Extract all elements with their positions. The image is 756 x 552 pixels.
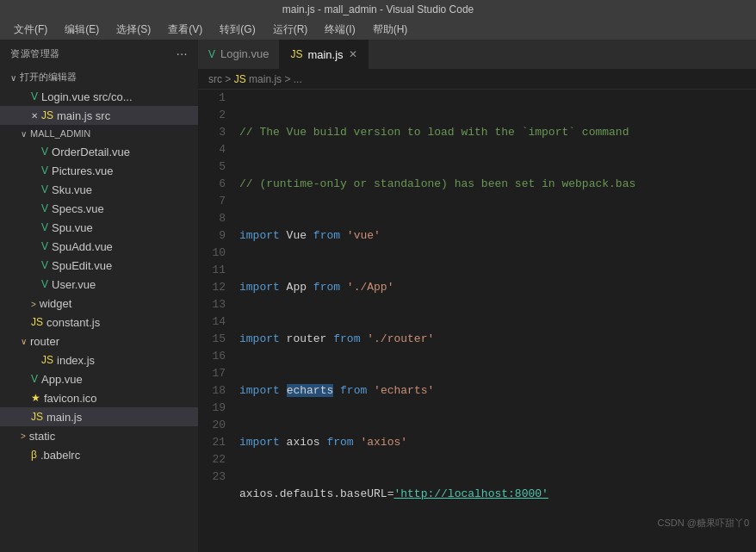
line-numbers: 1 2 3 4 5 6 7 8 9 10 11 12 13 14 15 16 1… [198, 90, 232, 552]
ln-2: 2 [205, 107, 226, 124]
vue-icon: V [41, 202, 48, 214]
menu-file[interactable]: 文件(F) [7, 21, 54, 39]
file-sku[interactable]: V Sku.vue [0, 180, 198, 199]
ln-14: 14 [205, 313, 226, 331]
babelrc-icon: β [31, 449, 37, 461]
ln-17: 17 [205, 365, 226, 382]
file-constantjs[interactable]: JS constant.js [0, 313, 198, 332]
file-specs[interactable]: V Specs.vue [0, 199, 198, 218]
file-spuadd-name: SpuAdd.vue [52, 240, 113, 253]
code-editor[interactable]: 1 2 3 4 5 6 7 8 9 10 11 12 13 14 15 16 1… [198, 90, 756, 552]
code-line-9 [239, 537, 756, 552]
folder-widget-name: widget [40, 297, 72, 310]
menu-goto[interactable]: 转到(G) [213, 21, 262, 39]
ln-1: 1 [205, 90, 226, 107]
widget-chevron [31, 297, 36, 310]
file-spu-name: Spu.vue [52, 221, 93, 234]
mall-admin-folder[interactable]: MALL_ADMIN [0, 125, 198, 142]
tab-loginvue-label: Login.vue [220, 47, 269, 60]
tab-bar: V Login.vue JS main.js ✕ [198, 40, 756, 70]
tab-mainjs[interactable]: JS main.js ✕ [280, 40, 368, 69]
vue-icon: V [31, 373, 38, 385]
code-line-2: // (runtime-only or standalone) has been… [239, 176, 756, 193]
folder-widget[interactable]: widget [0, 294, 198, 313]
file-spuedit[interactable]: V SpuEdit.vue [0, 256, 198, 275]
ln-16: 16 [205, 348, 226, 365]
folder-static[interactable]: static [0, 426, 198, 445]
code-line-5: import router from './router' [239, 331, 756, 348]
ln-20: 20 [205, 417, 226, 434]
sidebar: 资源管理器 ··· 打开的编辑器 V Login.vue src/co... ✕… [0, 40, 198, 552]
menu-view[interactable]: 查看(V) [161, 21, 209, 39]
file-indexjs[interactable]: JS index.js [0, 350, 198, 369]
star-icon: ★ [31, 392, 40, 404]
title-text: main.js - mall_admin - Visual Studio Cod… [282, 3, 474, 16]
js-icon: JS [41, 109, 53, 121]
file-spu[interactable]: V Spu.vue [0, 218, 198, 237]
tab-mainjs-label: main.js [307, 48, 343, 61]
open-editors-chevron [10, 72, 16, 83]
vue-icon: V [41, 259, 48, 271]
ln-18: 18 [205, 382, 226, 400]
vue-icon: V [41, 146, 48, 158]
sidebar-title: 资源管理器 [10, 47, 60, 60]
code-line-4: import App from './App' [239, 279, 756, 296]
ln-13: 13 [205, 296, 226, 313]
vue-icon: V [41, 221, 48, 233]
open-editor-login[interactable]: V Login.vue src/co... [0, 87, 198, 106]
vue-icon: V [41, 183, 48, 195]
menu-run[interactable]: 运行(R) [266, 21, 315, 39]
menu-help[interactable]: 帮助(H) [366, 21, 415, 39]
open-editors-section[interactable]: 打开的编辑器 [0, 67, 198, 87]
menu-bar: 文件(F) 编辑(E) 选择(S) 查看(V) 转到(G) 运行(R) 终端(I… [0, 19, 756, 40]
breadcrumb-js: JS [234, 73, 246, 85]
vue-tab-icon: V [208, 48, 215, 60]
keyword: import [239, 229, 280, 242]
vue-icon: V [31, 90, 38, 102]
file-orderdetail-name: OrderDetail.vue [52, 146, 130, 158]
file-user-name: User.vue [52, 278, 96, 291]
sidebar-header: 资源管理器 ··· [0, 40, 198, 67]
menu-select[interactable]: 选择(S) [109, 21, 158, 39]
menu-terminal[interactable]: 终端(I) [318, 21, 362, 39]
file-favicon[interactable]: ★ favicon.ico [0, 388, 198, 407]
ln-3: 3 [205, 124, 226, 141]
code-content: // The Vue build version to load with th… [232, 90, 756, 552]
breadcrumb-src: src [208, 73, 222, 85]
comment: // (runtime-only or standalone) has been… [239, 177, 635, 190]
file-spuedit-name: SpuEdit.vue [52, 259, 112, 272]
file-constantjs-name: constant.js [46, 316, 100, 329]
open-editor-main-name: main.js src [57, 109, 110, 122]
file-mainjs-name: main.js [46, 411, 82, 424]
tab-close-button[interactable]: ✕ [349, 48, 357, 60]
file-orderdetail[interactable]: V OrderDetail.vue [0, 142, 198, 161]
file-spuadd[interactable]: V SpuAdd.vue [0, 237, 198, 256]
tab-loginvue[interactable]: V Login.vue [198, 40, 280, 69]
open-editor-main[interactable]: ✕ JS main.js src [0, 106, 198, 125]
file-user[interactable]: V User.vue [0, 275, 198, 294]
breadcrumb-sep2: > ... [284, 73, 301, 85]
menu-edit[interactable]: 编辑(E) [58, 21, 106, 39]
file-pictures[interactable]: V Pictures.vue [0, 161, 198, 180]
ln-4: 4 [205, 141, 226, 158]
folder-router-name: router [30, 335, 59, 348]
sidebar-more-button[interactable]: ··· [177, 47, 188, 60]
open-editor-login-name: Login.vue src/co... [41, 90, 133, 103]
breadcrumb: src > JS main.js > ... [198, 70, 756, 90]
file-babelrc[interactable]: β .babelrc [0, 445, 198, 464]
file-mainjs[interactable]: JS main.js [0, 407, 198, 426]
ln-15: 15 [205, 331, 226, 348]
file-appvue[interactable]: V App.vue [0, 369, 198, 388]
mall-admin-label: MALL_ADMIN [30, 128, 90, 139]
code-line-6: import echarts from 'echarts' [239, 382, 756, 400]
vue-icon: V [41, 164, 48, 177]
ln-11: 11 [205, 262, 226, 279]
ln-6: 6 [205, 176, 226, 193]
js-icon: JS [31, 316, 43, 328]
close-icon[interactable]: ✕ [31, 111, 38, 121]
folder-router[interactable]: router [0, 332, 198, 350]
js-icon: JS [31, 411, 43, 423]
ln-8: 8 [205, 210, 226, 227]
folder-static-name: static [29, 430, 55, 443]
code-line-7: import axios from 'axios' [239, 434, 756, 451]
